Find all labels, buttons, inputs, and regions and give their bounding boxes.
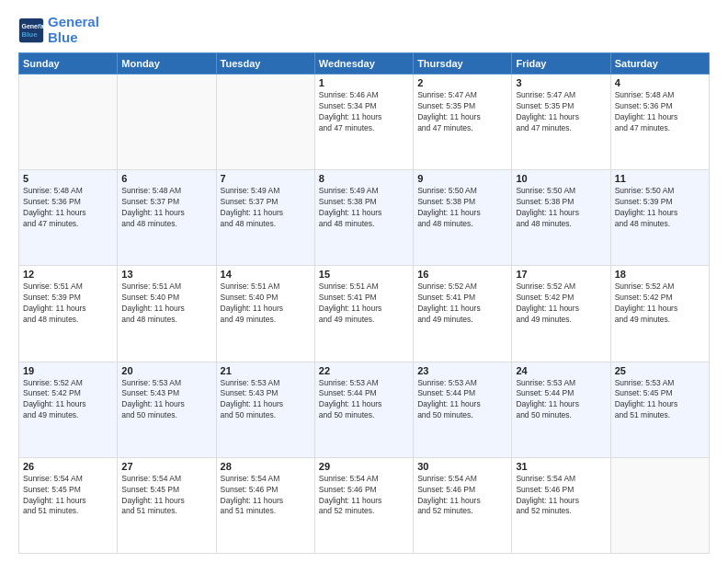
day-info: Sunrise: 5:48 AM Sunset: 5:36 PM Dayligh… [23,186,113,230]
day-number: 7 [221,173,311,184]
calendar-cell: 20Sunrise: 5:53 AM Sunset: 5:43 PM Dayli… [118,362,216,457]
calendar-cell [118,75,216,170]
day-info: Sunrise: 5:46 AM Sunset: 5:34 PM Dayligh… [319,90,409,134]
day-number: 28 [221,461,311,472]
day-number: 25 [615,365,705,376]
calendar-cell: 13Sunrise: 5:51 AM Sunset: 5:40 PM Dayli… [118,266,216,362]
day-info: Sunrise: 5:50 AM Sunset: 5:39 PM Dayligh… [615,186,705,230]
day-number: 16 [417,269,507,280]
calendar-table: SundayMondayTuesdayWednesdayThursdayFrid… [18,52,710,554]
day-number: 8 [319,173,409,184]
header: General Blue GeneralBlue [18,15,710,45]
day-info: Sunrise: 5:49 AM Sunset: 5:38 PM Dayligh… [319,186,409,230]
day-info: Sunrise: 5:53 AM Sunset: 5:45 PM Dayligh… [615,378,705,422]
logo: General Blue GeneralBlue [18,15,99,45]
calendar-cell: 8Sunrise: 5:49 AM Sunset: 5:38 PM Daylig… [314,170,413,266]
day-number: 1 [319,77,409,88]
calendar-cell: 10Sunrise: 5:50 AM Sunset: 5:38 PM Dayli… [512,170,610,266]
day-info: Sunrise: 5:53 AM Sunset: 5:44 PM Dayligh… [516,378,606,422]
calendar-cell: 30Sunrise: 5:54 AM Sunset: 5:46 PM Dayli… [414,457,512,553]
calendar-cell: 15Sunrise: 5:51 AM Sunset: 5:41 PM Dayli… [314,266,413,362]
calendar-cell: 28Sunrise: 5:54 AM Sunset: 5:46 PM Dayli… [216,457,314,553]
day-number: 15 [319,269,409,280]
day-info: Sunrise: 5:51 AM Sunset: 5:40 PM Dayligh… [221,282,311,326]
day-number: 26 [23,461,113,472]
day-info: Sunrise: 5:54 AM Sunset: 5:46 PM Dayligh… [417,474,507,518]
day-info: Sunrise: 5:50 AM Sunset: 5:38 PM Dayligh… [516,186,606,230]
day-info: Sunrise: 5:53 AM Sunset: 5:44 PM Dayligh… [319,378,409,422]
day-number: 23 [417,365,507,376]
calendar-cell: 1Sunrise: 5:46 AM Sunset: 5:34 PM Daylig… [314,75,413,170]
calendar-cell: 31Sunrise: 5:54 AM Sunset: 5:46 PM Dayli… [512,457,610,553]
day-info: Sunrise: 5:53 AM Sunset: 5:43 PM Dayligh… [121,378,211,422]
calendar-week-row: 12Sunrise: 5:51 AM Sunset: 5:39 PM Dayli… [19,266,710,362]
day-number: 4 [615,77,705,88]
calendar-cell: 17Sunrise: 5:52 AM Sunset: 5:42 PM Dayli… [512,266,610,362]
weekday-header: Tuesday [216,53,314,75]
day-info: Sunrise: 5:48 AM Sunset: 5:37 PM Dayligh… [121,186,211,230]
day-number: 31 [516,461,606,472]
day-info: Sunrise: 5:52 AM Sunset: 5:42 PM Dayligh… [23,378,113,422]
day-info: Sunrise: 5:53 AM Sunset: 5:44 PM Dayligh… [417,378,507,422]
weekday-header: Sunday [19,53,118,75]
calendar-cell: 9Sunrise: 5:50 AM Sunset: 5:38 PM Daylig… [414,170,512,266]
day-info: Sunrise: 5:52 AM Sunset: 5:42 PM Dayligh… [516,282,606,326]
day-number: 12 [23,269,113,280]
calendar-header-row: SundayMondayTuesdayWednesdayThursdayFrid… [19,53,710,75]
day-number: 14 [221,269,311,280]
weekday-header: Saturday [610,53,709,75]
day-number: 22 [319,365,409,376]
calendar-cell: 26Sunrise: 5:54 AM Sunset: 5:45 PM Dayli… [19,457,118,553]
day-number: 13 [121,269,211,280]
calendar-cell: 11Sunrise: 5:50 AM Sunset: 5:39 PM Dayli… [610,170,709,266]
calendar-cell: 27Sunrise: 5:54 AM Sunset: 5:45 PM Dayli… [118,457,216,553]
calendar-cell: 4Sunrise: 5:48 AM Sunset: 5:36 PM Daylig… [610,75,709,170]
calendar-cell: 3Sunrise: 5:47 AM Sunset: 5:35 PM Daylig… [512,75,610,170]
page: General Blue GeneralBlue SundayMondayTue… [0,0,728,563]
calendar-cell: 29Sunrise: 5:54 AM Sunset: 5:46 PM Dayli… [314,457,413,553]
day-info: Sunrise: 5:49 AM Sunset: 5:37 PM Dayligh… [221,186,311,230]
calendar-cell: 18Sunrise: 5:52 AM Sunset: 5:42 PM Dayli… [610,266,709,362]
day-number: 27 [121,461,211,472]
day-number: 30 [417,461,507,472]
weekday-header: Monday [118,53,216,75]
calendar-cell: 14Sunrise: 5:51 AM Sunset: 5:40 PM Dayli… [216,266,314,362]
logo-text: GeneralBlue [48,15,99,45]
weekday-header: Friday [512,53,610,75]
day-info: Sunrise: 5:52 AM Sunset: 5:41 PM Dayligh… [417,282,507,326]
day-number: 10 [516,173,606,184]
day-number: 11 [615,173,705,184]
day-info: Sunrise: 5:54 AM Sunset: 5:45 PM Dayligh… [23,474,113,518]
day-number: 9 [417,173,507,184]
day-number: 6 [121,173,211,184]
logo-icon: General Blue [18,17,44,43]
calendar-cell: 2Sunrise: 5:47 AM Sunset: 5:35 PM Daylig… [414,75,512,170]
day-number: 2 [417,77,507,88]
day-info: Sunrise: 5:54 AM Sunset: 5:45 PM Dayligh… [121,474,211,518]
calendar-cell [19,75,118,170]
day-info: Sunrise: 5:51 AM Sunset: 5:40 PM Dayligh… [121,282,211,326]
day-info: Sunrise: 5:54 AM Sunset: 5:46 PM Dayligh… [221,474,311,518]
day-info: Sunrise: 5:50 AM Sunset: 5:38 PM Dayligh… [417,186,507,230]
day-number: 3 [516,77,606,88]
day-info: Sunrise: 5:48 AM Sunset: 5:36 PM Dayligh… [615,90,705,134]
svg-text:Blue: Blue [22,30,39,39]
day-number: 24 [516,365,606,376]
calendar-cell: 22Sunrise: 5:53 AM Sunset: 5:44 PM Dayli… [314,362,413,457]
day-number: 17 [516,269,606,280]
day-info: Sunrise: 5:52 AM Sunset: 5:42 PM Dayligh… [615,282,705,326]
calendar-cell [610,457,709,553]
calendar-week-row: 5Sunrise: 5:48 AM Sunset: 5:36 PM Daylig… [19,170,710,266]
calendar-week-row: 1Sunrise: 5:46 AM Sunset: 5:34 PM Daylig… [19,75,710,170]
calendar-cell: 16Sunrise: 5:52 AM Sunset: 5:41 PM Dayli… [414,266,512,362]
day-info: Sunrise: 5:47 AM Sunset: 5:35 PM Dayligh… [417,90,507,134]
calendar-week-row: 26Sunrise: 5:54 AM Sunset: 5:45 PM Dayli… [19,457,710,553]
calendar-cell: 7Sunrise: 5:49 AM Sunset: 5:37 PM Daylig… [216,170,314,266]
calendar-cell [216,75,314,170]
day-number: 20 [121,365,211,376]
day-info: Sunrise: 5:47 AM Sunset: 5:35 PM Dayligh… [516,90,606,134]
day-info: Sunrise: 5:53 AM Sunset: 5:43 PM Dayligh… [221,378,311,422]
day-number: 21 [221,365,311,376]
day-info: Sunrise: 5:54 AM Sunset: 5:46 PM Dayligh… [516,474,606,518]
day-info: Sunrise: 5:51 AM Sunset: 5:39 PM Dayligh… [23,282,113,326]
